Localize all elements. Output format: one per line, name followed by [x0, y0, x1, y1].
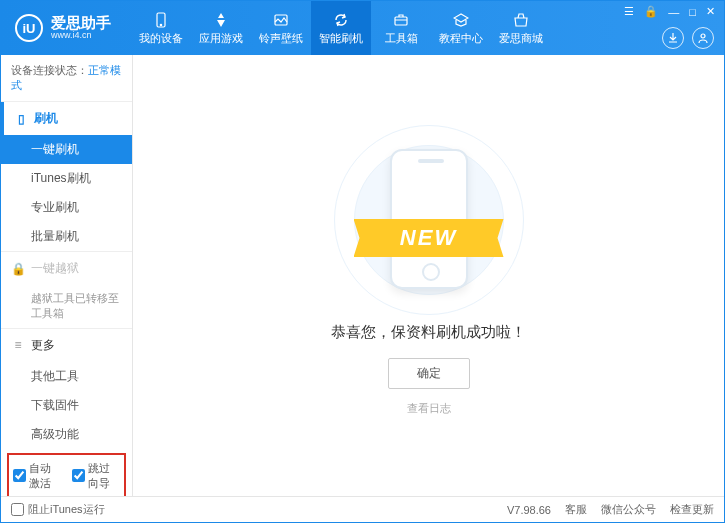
new-banner: NEW	[354, 219, 504, 257]
app-window: iU 爱思助手 www.i4.cn 我的设备 应用游戏 铃声壁纸 智能刷机 工具…	[0, 0, 725, 523]
wallpaper-icon	[272, 11, 290, 29]
sidebar-header-jailbreak[interactable]: 🔒 一键越狱	[1, 252, 132, 285]
version-label: V7.98.66	[507, 504, 551, 516]
sidebar-item-advanced[interactable]: 高级功能	[1, 420, 132, 449]
sidebar: 设备连接状态：正常模式 ▯ 刷机 一键刷机 iTunes刷机 专业刷机 批量刷机…	[1, 55, 133, 496]
success-message: 恭喜您，保资料刷机成功啦！	[331, 323, 526, 342]
tab-apps[interactable]: 应用游戏	[191, 1, 251, 55]
ok-button[interactable]: 确定	[388, 358, 470, 389]
jailbreak-note: 越狱工具已转移至工具箱	[1, 285, 132, 328]
service-link[interactable]: 客服	[565, 502, 587, 517]
phone-icon: ▯	[14, 112, 28, 126]
connection-status: 设备连接状态：正常模式	[1, 55, 132, 101]
update-link[interactable]: 检查更新	[670, 502, 714, 517]
tab-ringtones[interactable]: 铃声壁纸	[251, 1, 311, 55]
wechat-link[interactable]: 微信公众号	[601, 502, 656, 517]
sidebar-header-flash[interactable]: ▯ 刷机	[1, 102, 132, 135]
svg-rect-3	[395, 17, 407, 25]
tab-toolbox[interactable]: 工具箱	[371, 1, 431, 55]
sidebar-item-itunes[interactable]: iTunes刷机	[1, 164, 132, 193]
checkbox-auto-activate[interactable]: 自动激活	[13, 461, 62, 491]
toolbox-icon	[392, 11, 410, 29]
refresh-icon	[332, 11, 350, 29]
sidebar-item-batch[interactable]: 批量刷机	[1, 222, 132, 251]
phone-icon	[152, 11, 170, 29]
titlebar: iU 爱思助手 www.i4.cn 我的设备 应用游戏 铃声壁纸 智能刷机 工具…	[1, 1, 724, 55]
success-illustration: NEW	[334, 135, 524, 305]
view-log-link[interactable]: 查看日志	[407, 401, 451, 416]
sidebar-item-firmware[interactable]: 下载固件	[1, 391, 132, 420]
close-icon[interactable]: ✕	[703, 5, 718, 18]
svg-point-4	[701, 34, 705, 38]
sidebar-item-oneclick[interactable]: 一键刷机	[1, 135, 132, 164]
sidebar-item-pro[interactable]: 专业刷机	[1, 193, 132, 222]
sidebar-item-other[interactable]: 其他工具	[1, 362, 132, 391]
store-icon	[512, 11, 530, 29]
download-button[interactable]	[662, 27, 684, 49]
nav-tabs: 我的设备 应用游戏 铃声壁纸 智能刷机 工具箱 教程中心 爱思商城	[131, 1, 551, 55]
minimize-icon[interactable]: —	[665, 6, 682, 18]
lock-icon: 🔒	[11, 262, 25, 276]
checkbox-block-itunes[interactable]: 阻止iTunes运行	[11, 502, 105, 517]
logo-section: iU 爱思助手 www.i4.cn	[1, 14, 125, 42]
maximize-icon[interactable]: □	[686, 6, 699, 18]
more-icon: ≡	[11, 338, 25, 352]
window-controls: ☰ 🔒 — □ ✕	[621, 5, 718, 18]
graduation-icon	[452, 11, 470, 29]
main-content: NEW 恭喜您，保资料刷机成功啦！ 确定 查看日志	[133, 55, 724, 496]
logo-icon: iU	[15, 14, 43, 42]
tab-my-device[interactable]: 我的设备	[131, 1, 191, 55]
statusbar: 阻止iTunes运行 V7.98.66 客服 微信公众号 检查更新	[1, 496, 724, 522]
tab-tutorials[interactable]: 教程中心	[431, 1, 491, 55]
sidebar-header-more[interactable]: ≡ 更多	[1, 329, 132, 362]
apps-icon	[212, 11, 230, 29]
app-url: www.i4.cn	[51, 31, 111, 41]
tab-store[interactable]: 爱思商城	[491, 1, 551, 55]
menu-icon[interactable]: ☰	[621, 5, 637, 18]
options-row: 自动激活 跳过向导	[7, 453, 126, 496]
svg-point-1	[160, 24, 161, 25]
user-button[interactable]	[692, 27, 714, 49]
app-name: 爱思助手	[51, 15, 111, 32]
checkbox-skip-guide[interactable]: 跳过向导	[72, 461, 121, 491]
tab-smart-flash[interactable]: 智能刷机	[311, 1, 371, 55]
lock-icon[interactable]: 🔒	[641, 5, 661, 18]
